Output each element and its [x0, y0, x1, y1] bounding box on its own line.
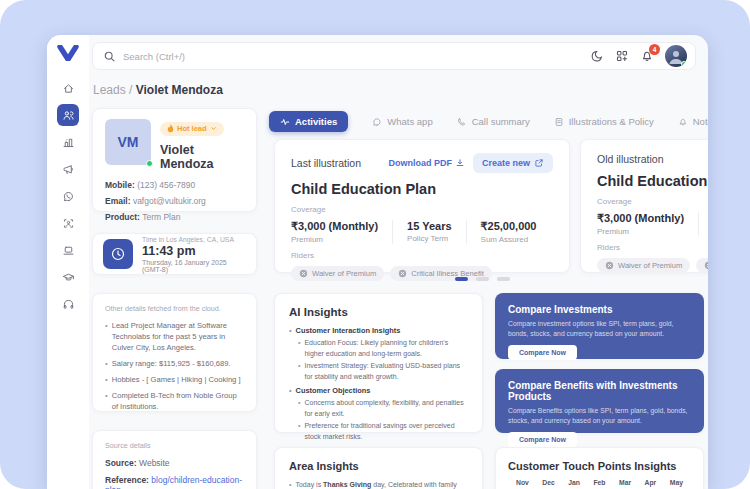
list-item: •Salary range: $115,925 - $160,689. [105, 358, 244, 369]
mobile-value: (123) 456-7890 [137, 180, 195, 190]
touch-points-card: Customer Touch Points Insights Nov Dec J… [495, 447, 704, 489]
headphones-icon [62, 298, 75, 311]
sidebar-items [57, 77, 79, 315]
coverage-stats: ₹3,000 (Monthly) Premium 15 Years Policy… [291, 220, 553, 244]
last-illustration-card: Last illustration Download PDF Create ne… [274, 139, 570, 273]
rider-label: Waiver of Premium [618, 261, 682, 270]
cloud-item-text: Completed B-Tech from Noble Group of Ins… [112, 390, 244, 412]
reference-row: Reference: blog/children-education-plan.… [105, 475, 244, 489]
email-value: vafgot@vultukir.org [133, 196, 206, 206]
compare-benefits-card: Compare Benefits with Investments Produc… [495, 369, 704, 433]
sidebar-item-leads[interactable] [57, 104, 79, 126]
apps-shortcut-button[interactable] [615, 49, 629, 63]
carousel-dot[interactable] [476, 277, 489, 281]
user-avatar[interactable] [665, 45, 687, 67]
compare-now-button[interactable]: Compare Now [508, 432, 577, 447]
tab-illustrations-policy[interactable]: Illustrations & Policy [554, 116, 654, 127]
ai-item-text: Concerns about complexity, flexibility, … [304, 398, 468, 419]
time-date: Thursday, 16 January 2025 (GMT-8) [142, 259, 246, 273]
clock-tile [103, 239, 133, 269]
illustration-actions: Download PDF Create new [388, 153, 553, 173]
area-text-prefix: Today is [295, 481, 323, 488]
cloud-details-title: Other details fetched from the cloud. [105, 304, 244, 313]
bullet-dot: • [289, 480, 291, 489]
brand-logo[interactable] [56, 45, 80, 65]
sidebar-item-home[interactable] [57, 77, 79, 99]
notification-count-badge: 4 [649, 44, 660, 55]
compare-card-title: Compare Benefits with Investments Produc… [508, 380, 691, 402]
ai-insight-item: •Investment Strategy: Evaluating USD-bas… [298, 361, 468, 382]
breadcrumb-section[interactable]: Leads / [93, 83, 136, 97]
sidebar-item-organization[interactable] [57, 131, 79, 153]
source-details-card: Source details Source: Website Reference… [92, 430, 257, 489]
area-insights-title: Area Insights [289, 460, 468, 472]
ai-insight-item: •Concerns about complexity, flexibility,… [298, 398, 468, 419]
megaphone-icon [62, 163, 75, 176]
search-input[interactable] [123, 51, 590, 62]
users-icon [62, 109, 75, 122]
bullet-dot: • [298, 421, 300, 442]
tab-call-summary[interactable]: Call summary [457, 116, 530, 127]
sidebar-item-support[interactable] [57, 293, 79, 315]
dark-mode-toggle[interactable] [590, 49, 604, 63]
sidebar-item-devices[interactable] [57, 239, 79, 261]
month-label: Apr [645, 479, 657, 486]
source-details-title: Source details [105, 441, 244, 450]
stat-premium: ₹3,000 (Monthly) Premium [291, 220, 392, 244]
carousel-dot[interactable] [497, 277, 510, 281]
ai-item-text: Preference for traditional savings over … [304, 421, 468, 442]
stat-value: ₹25,00,000 [481, 220, 537, 233]
notifications-button[interactable]: 4 [640, 49, 654, 63]
tab-label: Activities [295, 116, 337, 127]
sidebar-item-focus[interactable] [57, 212, 79, 234]
breadcrumb-current: Violet Mendoza [136, 83, 223, 97]
hot-lead-badge[interactable]: Hot lead [160, 122, 224, 136]
search-icon [103, 50, 116, 63]
create-new-button[interactable]: Create new [473, 153, 553, 173]
search-area [103, 50, 590, 63]
sidebar-item-whatsapp[interactable] [57, 185, 79, 207]
page-background: 4 Leads / Violet Mendoza VM [0, 0, 750, 489]
rider-badge-icon [605, 261, 614, 270]
tab-label: Illustrations & Policy [569, 116, 654, 127]
month-label: Jan [568, 479, 580, 486]
lead-initials-avatar: VM [105, 119, 151, 165]
tab-label: Notifications [693, 116, 708, 127]
sidebar-item-announcements[interactable] [57, 158, 79, 180]
download-pdf-label: Download PDF [388, 158, 452, 168]
ai-insight-item: •Preference for traditional savings over… [298, 421, 468, 442]
stat-sum-assured: ₹25,00,000 Sum Assured [466, 220, 551, 244]
moon-icon [590, 49, 604, 63]
ai-item-text: Investment Strategy: Evaluating USD-base… [304, 361, 468, 382]
email-label: Email: [105, 196, 131, 206]
tab-whatsapp[interactable]: Whats app [372, 116, 432, 127]
list-item: •Completed B-Tech from Noble Group of In… [105, 390, 244, 412]
month-label: Mar [619, 479, 631, 486]
rider-pill: Waiver of Premium [597, 258, 690, 273]
ai-item-text: Education Focus: Likely planning for chi… [304, 338, 468, 359]
carousel-dot[interactable] [455, 277, 468, 281]
download-pdf-link[interactable]: Download PDF [388, 158, 465, 168]
graduation-cap-icon [62, 271, 75, 284]
compare-now-button[interactable]: Compare Now [508, 345, 577, 360]
stat-label: Sum Assured [481, 235, 537, 244]
building-chart-icon [62, 136, 75, 149]
tab-notifications[interactable]: Notifications [678, 116, 708, 127]
area-text-bold: Thanks Giving [323, 481, 371, 488]
area-item-text: Today is Thanks Giving day, Celebrated w… [295, 480, 468, 489]
month-label: May [670, 479, 683, 486]
tab-activities[interactable]: Activities [269, 111, 348, 132]
touch-points-months: Nov Dec Jan Feb Mar Apr May [508, 479, 691, 486]
lead-email-row: Email: vafgot@vultukir.org [105, 196, 244, 206]
plan-title: Child Education Plan [597, 173, 708, 189]
tab-label: Whats app [387, 116, 432, 127]
coverage-label: Coverage [597, 197, 708, 206]
bullet-dot: • [105, 374, 108, 385]
sidebar-item-education[interactable] [57, 266, 79, 288]
lead-product-row: Product: Term Plan [105, 212, 244, 222]
lead-name: Violet Mendoza [160, 143, 244, 171]
ai-insight-item: •Education Focus: Likely planning for ch… [298, 338, 468, 359]
rider-label: Waiver of Premium [312, 269, 376, 278]
lead-profile-card: VM Hot lead Violet Mendoza Mobile: (123)… [92, 108, 257, 212]
bullet-dot: • [289, 386, 292, 395]
